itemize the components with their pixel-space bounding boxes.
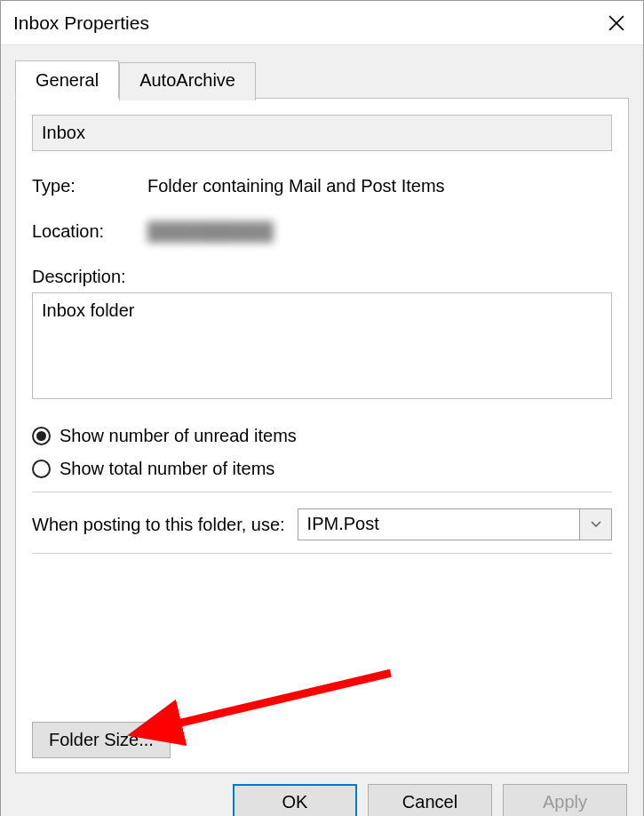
cancel-button[interactable]: Cancel (368, 784, 492, 816)
radio-label: Show number of unread items (60, 426, 297, 446)
tab-autoarchive[interactable]: AutoArchive (119, 62, 256, 100)
divider (32, 492, 612, 492)
general-panel: Inbox Type: Folder containing Mail and P… (15, 98, 629, 773)
chevron-down-icon (591, 521, 601, 528)
tab-general[interactable]: General (15, 60, 119, 99)
description-input[interactable]: Inbox folder (32, 292, 612, 399)
ok-button[interactable]: OK (233, 784, 357, 816)
properties-dialog: Inbox Properties General AutoArchive Inb… (0, 0, 644, 816)
posting-label: When posting to this folder, use: (32, 515, 285, 535)
radio-icon (32, 427, 51, 445)
titlebar: Inbox Properties (1, 1, 643, 45)
radio-label: Show total number of items (60, 459, 274, 479)
radio-icon (32, 460, 51, 478)
radio-show-total[interactable]: Show total number of items (32, 459, 612, 479)
type-label: Type: (32, 176, 147, 196)
dialog-button-bar: OK Cancel Apply (1, 773, 643, 816)
tab-strip: General AutoArchive (15, 60, 629, 98)
type-value: Folder containing Mail and Post Items (147, 176, 445, 196)
divider (32, 553, 612, 554)
folder-name-box: Inbox (32, 115, 612, 151)
location-value: ██████████ (147, 221, 274, 242)
radio-show-unread[interactable]: Show number of unread items (32, 426, 612, 446)
location-label: Location: (32, 221, 147, 242)
dropdown-button[interactable] (579, 509, 611, 540)
posting-value: IPM.Post (298, 509, 579, 540)
apply-button: Apply (503, 784, 627, 816)
close-icon (608, 15, 624, 31)
close-button[interactable] (590, 1, 643, 45)
description-label: Description: (32, 267, 612, 287)
folder-size-button[interactable]: Folder Size... (32, 722, 171, 758)
window-title: Inbox Properties (13, 12, 149, 34)
posting-select[interactable]: IPM.Post (298, 508, 612, 540)
